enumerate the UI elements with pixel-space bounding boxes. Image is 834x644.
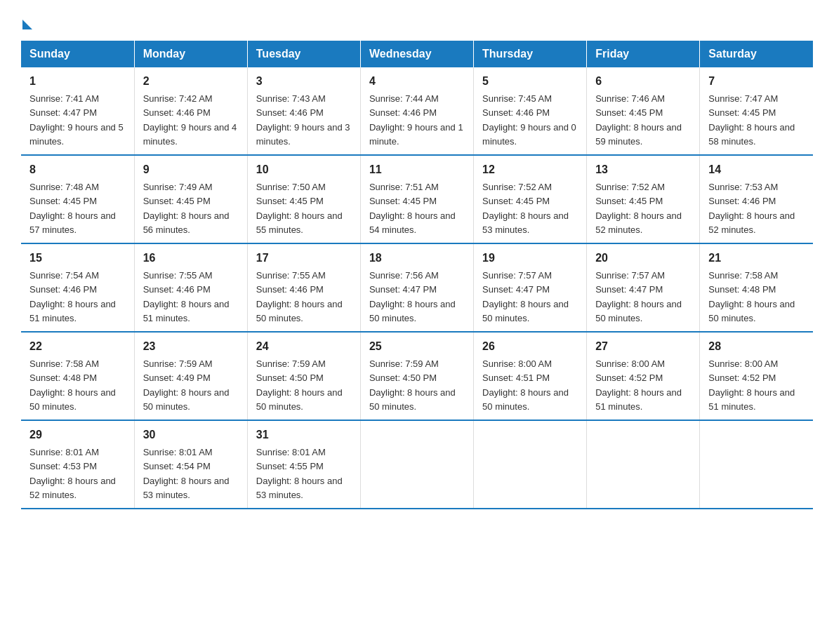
day-info: Sunrise: 8:01 AMSunset: 4:54 PMDaylight:… [143, 447, 230, 500]
calendar-cell: 18 Sunrise: 7:56 AMSunset: 4:47 PMDaylig… [360, 243, 473, 332]
day-info: Sunrise: 8:01 AMSunset: 4:55 PMDaylight:… [256, 447, 343, 500]
weekday-header-thursday: Thursday [474, 41, 587, 67]
day-info: Sunrise: 7:44 AMSunset: 4:46 PMDaylight:… [369, 93, 463, 147]
calendar-week-5: 29 Sunrise: 8:01 AMSunset: 4:53 PMDaylig… [21, 420, 813, 509]
calendar-cell: 6 Sunrise: 7:46 AMSunset: 4:45 PMDayligh… [587, 67, 700, 155]
calendar-cell: 21 Sunrise: 7:58 AMSunset: 4:48 PMDaylig… [700, 243, 813, 332]
calendar-cell: 26 Sunrise: 8:00 AMSunset: 4:51 PMDaylig… [474, 332, 587, 420]
day-info: Sunrise: 7:45 AMSunset: 4:46 PMDaylight:… [482, 93, 576, 147]
day-number: 31 [256, 427, 352, 443]
calendar-body: 1 Sunrise: 7:41 AMSunset: 4:47 PMDayligh… [21, 67, 813, 509]
day-info: Sunrise: 8:01 AMSunset: 4:53 PMDaylight:… [29, 447, 116, 500]
calendar-table: SundayMondayTuesdayWednesdayThursdayFrid… [21, 41, 813, 509]
day-number: 24 [256, 338, 352, 355]
day-info: Sunrise: 7:43 AMSunset: 4:46 PMDaylight:… [256, 93, 350, 147]
logo [21, 14, 32, 27]
day-info: Sunrise: 7:57 AMSunset: 4:47 PMDaylight:… [482, 270, 569, 323]
calendar-cell [360, 420, 473, 509]
calendar-cell: 12 Sunrise: 7:52 AMSunset: 4:45 PMDaylig… [474, 155, 587, 243]
weekday-header-sunday: Sunday [21, 41, 134, 67]
day-number: 19 [482, 250, 578, 267]
calendar-cell [700, 420, 813, 509]
day-info: Sunrise: 7:46 AMSunset: 4:45 PMDaylight:… [595, 93, 682, 147]
day-info: Sunrise: 7:50 AMSunset: 4:45 PMDaylight:… [256, 182, 343, 235]
day-info: Sunrise: 7:54 AMSunset: 4:46 PMDaylight:… [29, 270, 116, 323]
calendar-cell: 23 Sunrise: 7:59 AMSunset: 4:49 PMDaylig… [134, 332, 247, 420]
day-number: 22 [29, 338, 126, 355]
day-number: 18 [369, 250, 465, 267]
day-number: 29 [29, 427, 126, 443]
day-info: Sunrise: 7:59 AMSunset: 4:49 PMDaylight:… [143, 358, 230, 412]
day-info: Sunrise: 7:48 AMSunset: 4:45 PMDaylight:… [29, 182, 116, 235]
day-number: 15 [29, 250, 126, 267]
calendar-cell: 4 Sunrise: 7:44 AMSunset: 4:46 PMDayligh… [360, 67, 473, 155]
calendar-cell: 17 Sunrise: 7:55 AMSunset: 4:46 PMDaylig… [247, 243, 360, 332]
day-number: 5 [482, 73, 578, 90]
calendar-cell: 25 Sunrise: 7:59 AMSunset: 4:50 PMDaylig… [360, 332, 473, 420]
day-info: Sunrise: 7:51 AMSunset: 4:45 PMDaylight:… [369, 182, 456, 235]
calendar-cell: 27 Sunrise: 8:00 AMSunset: 4:52 PMDaylig… [587, 332, 700, 420]
calendar-cell [474, 420, 587, 509]
calendar-cell: 13 Sunrise: 7:52 AMSunset: 4:45 PMDaylig… [587, 155, 700, 243]
calendar-cell: 11 Sunrise: 7:51 AMSunset: 4:45 PMDaylig… [360, 155, 473, 243]
day-info: Sunrise: 7:55 AMSunset: 4:46 PMDaylight:… [256, 270, 343, 323]
calendar-cell: 22 Sunrise: 7:58 AMSunset: 4:48 PMDaylig… [21, 332, 134, 420]
day-info: Sunrise: 7:59 AMSunset: 4:50 PMDaylight:… [256, 358, 343, 412]
day-number: 4 [369, 73, 465, 90]
calendar-week-4: 22 Sunrise: 7:58 AMSunset: 4:48 PMDaylig… [21, 332, 813, 420]
day-number: 17 [256, 250, 352, 267]
day-number: 13 [595, 161, 691, 178]
day-number: 30 [143, 427, 239, 443]
weekday-header-friday: Friday [587, 41, 700, 67]
calendar-cell: 14 Sunrise: 7:53 AMSunset: 4:46 PMDaylig… [700, 155, 813, 243]
day-number: 25 [369, 338, 465, 355]
day-number: 26 [482, 338, 578, 355]
calendar-cell: 19 Sunrise: 7:57 AMSunset: 4:47 PMDaylig… [474, 243, 587, 332]
day-info: Sunrise: 7:49 AMSunset: 4:45 PMDaylight:… [143, 182, 230, 235]
calendar-cell: 16 Sunrise: 7:55 AMSunset: 4:46 PMDaylig… [134, 243, 247, 332]
day-info: Sunrise: 8:00 AMSunset: 4:51 PMDaylight:… [482, 358, 569, 412]
logo-arrow-icon [22, 20, 32, 29]
day-info: Sunrise: 7:52 AMSunset: 4:45 PMDaylight:… [595, 182, 682, 235]
day-number: 8 [29, 161, 126, 178]
calendar-cell [587, 420, 700, 509]
calendar-cell: 10 Sunrise: 7:50 AMSunset: 4:45 PMDaylig… [247, 155, 360, 243]
day-number: 23 [143, 338, 239, 355]
day-info: Sunrise: 7:57 AMSunset: 4:47 PMDaylight:… [595, 270, 682, 323]
day-number: 12 [482, 161, 578, 178]
calendar-cell: 5 Sunrise: 7:45 AMSunset: 4:46 PMDayligh… [474, 67, 587, 155]
calendar-cell: 24 Sunrise: 7:59 AMSunset: 4:50 PMDaylig… [247, 332, 360, 420]
calendar-cell: 2 Sunrise: 7:42 AMSunset: 4:46 PMDayligh… [134, 67, 247, 155]
calendar-cell: 20 Sunrise: 7:57 AMSunset: 4:47 PMDaylig… [587, 243, 700, 332]
day-number: 28 [708, 338, 805, 355]
day-info: Sunrise: 7:42 AMSunset: 4:46 PMDaylight:… [143, 93, 237, 147]
calendar-cell: 31 Sunrise: 8:01 AMSunset: 4:55 PMDaylig… [247, 420, 360, 509]
calendar-cell: 29 Sunrise: 8:01 AMSunset: 4:53 PMDaylig… [21, 420, 134, 509]
day-info: Sunrise: 7:56 AMSunset: 4:47 PMDaylight:… [369, 270, 456, 323]
calendar-cell: 7 Sunrise: 7:47 AMSunset: 4:45 PMDayligh… [700, 67, 813, 155]
calendar-cell: 30 Sunrise: 8:01 AMSunset: 4:54 PMDaylig… [134, 420, 247, 509]
weekday-header-tuesday: Tuesday [247, 41, 360, 67]
day-info: Sunrise: 8:00 AMSunset: 4:52 PMDaylight:… [708, 358, 795, 412]
calendar-cell: 28 Sunrise: 8:00 AMSunset: 4:52 PMDaylig… [700, 332, 813, 420]
weekday-header-saturday: Saturday [700, 41, 813, 67]
day-number: 21 [708, 250, 805, 267]
day-number: 2 [143, 73, 239, 90]
calendar-week-3: 15 Sunrise: 7:54 AMSunset: 4:46 PMDaylig… [21, 243, 813, 332]
calendar-cell: 15 Sunrise: 7:54 AMSunset: 4:46 PMDaylig… [21, 243, 134, 332]
day-info: Sunrise: 7:59 AMSunset: 4:50 PMDaylight:… [369, 358, 456, 412]
calendar-cell: 9 Sunrise: 7:49 AMSunset: 4:45 PMDayligh… [134, 155, 247, 243]
day-info: Sunrise: 7:58 AMSunset: 4:48 PMDaylight:… [29, 358, 116, 412]
calendar-week-1: 1 Sunrise: 7:41 AMSunset: 4:47 PMDayligh… [21, 67, 813, 155]
day-info: Sunrise: 7:55 AMSunset: 4:46 PMDaylight:… [143, 270, 230, 323]
day-number: 9 [143, 161, 239, 178]
calendar-cell: 1 Sunrise: 7:41 AMSunset: 4:47 PMDayligh… [21, 67, 134, 155]
day-info: Sunrise: 8:00 AMSunset: 4:52 PMDaylight:… [595, 358, 682, 412]
day-number: 10 [256, 161, 352, 178]
day-info: Sunrise: 7:47 AMSunset: 4:45 PMDaylight:… [708, 93, 795, 147]
day-info: Sunrise: 7:53 AMSunset: 4:46 PMDaylight:… [708, 182, 795, 235]
calendar-week-2: 8 Sunrise: 7:48 AMSunset: 4:45 PMDayligh… [21, 155, 813, 243]
calendar-header: SundayMondayTuesdayWednesdayThursdayFrid… [21, 41, 813, 67]
weekday-header-monday: Monday [134, 41, 247, 67]
day-number: 11 [369, 161, 465, 178]
